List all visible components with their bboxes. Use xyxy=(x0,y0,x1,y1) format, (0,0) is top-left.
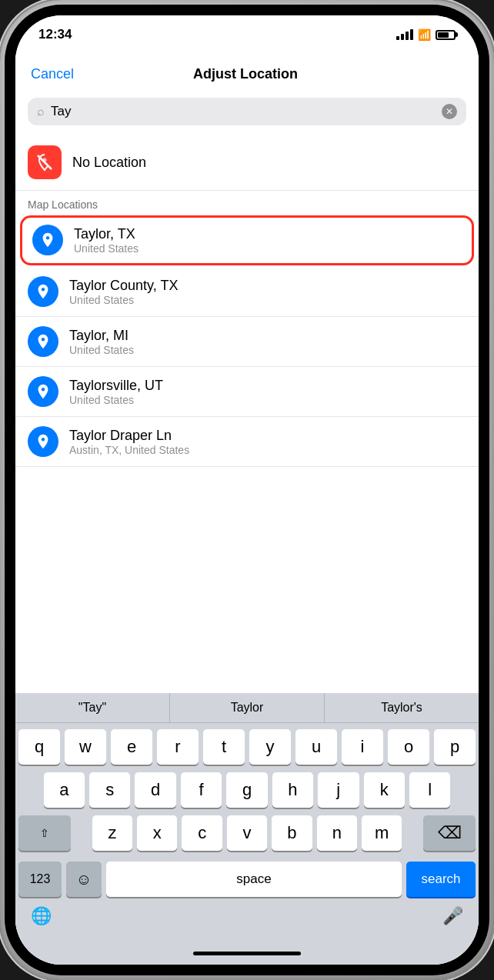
location-sub-2: United States xyxy=(69,344,134,356)
keyboard-rows: q w e r t y u i o p xyxy=(15,723,479,862)
phone-inner: 12:34 📶 Canc xyxy=(5,5,489,975)
key-x[interactable]: x xyxy=(137,815,177,851)
location-text-0: Taylor, TXUnited States xyxy=(74,226,139,255)
status-time: 12:34 xyxy=(38,27,72,42)
location-name-3: Taylorsville, UT xyxy=(69,378,163,394)
location-pin-icon-3 xyxy=(28,376,58,407)
location-pin-icon-2 xyxy=(28,326,58,357)
key-l[interactable]: l xyxy=(409,772,450,808)
location-row-1[interactable]: Taylor County, TXUnited States xyxy=(15,267,479,317)
key-f[interactable]: f xyxy=(181,772,222,808)
location-text-1: Taylor County, TXUnited States xyxy=(69,278,178,306)
key-c[interactable]: c xyxy=(182,815,222,851)
location-name-2: Taylor, MI xyxy=(69,328,134,344)
key-z[interactable]: z xyxy=(92,815,132,851)
no-location-icon xyxy=(28,145,62,179)
map-locations-header: Map Locations xyxy=(15,191,479,214)
location-sub-1: United States xyxy=(69,294,178,306)
space-key[interactable]: space xyxy=(106,862,402,897)
keyboard-area: "Tay" Taylor Taylor's q w e r t y xyxy=(15,693,479,942)
location-row-4[interactable]: Taylor Draper LnAustin, TX, United State… xyxy=(15,417,479,467)
keyboard-row-1: q w e r t y u i o p xyxy=(18,729,476,765)
shift-key[interactable]: ⇧ xyxy=(18,815,71,851)
key-v[interactable]: v xyxy=(227,815,267,851)
location-sub-4: Austin, TX, United States xyxy=(69,444,189,456)
location-name-4: Taylor Draper Ln xyxy=(69,428,189,444)
key-d[interactable]: d xyxy=(135,772,175,808)
key-r[interactable]: r xyxy=(157,729,199,765)
emoji-key[interactable]: ☺ xyxy=(66,862,102,897)
key-t[interactable]: t xyxy=(203,729,245,765)
autocomplete-tay[interactable]: "Tay" xyxy=(15,693,170,722)
search-button[interactable]: search xyxy=(406,862,476,897)
key-a[interactable]: a xyxy=(44,772,85,808)
key-e[interactable]: e xyxy=(111,729,152,765)
search-container: ⌕ Tay ✕ xyxy=(15,92,479,135)
autocomplete-bar: "Tay" Taylor Taylor's xyxy=(15,693,479,723)
location-row-2[interactable]: Taylor, MIUnited States xyxy=(15,317,479,367)
location-row-0[interactable]: Taylor, TXUnited States xyxy=(20,215,474,265)
status-bar: 12:34 📶 xyxy=(15,15,479,54)
search-bar[interactable]: ⌕ Tay ✕ xyxy=(28,98,466,125)
wifi-icon: 📶 xyxy=(418,28,431,41)
main-content: Cancel Adjust Location ⌕ Tay ✕ xyxy=(15,54,479,965)
signal-bars-icon xyxy=(396,29,413,40)
mic-icon[interactable]: 🎤 xyxy=(442,906,463,926)
key-b[interactable]: b xyxy=(272,815,312,851)
screen: 12:34 📶 Canc xyxy=(15,15,479,965)
status-icons: 📶 xyxy=(396,28,456,41)
keyboard-bottom-bar: 123 ☺ space search xyxy=(15,862,479,900)
key-m[interactable]: m xyxy=(362,815,402,851)
autocomplete-taylors[interactable]: Taylor's xyxy=(325,693,479,722)
home-indicator xyxy=(193,952,301,955)
page-title: Adjust Location xyxy=(193,66,298,82)
header: Cancel Adjust Location xyxy=(15,54,479,92)
key-k[interactable]: k xyxy=(364,772,405,808)
key-y[interactable]: y xyxy=(249,729,291,765)
key-u[interactable]: u xyxy=(295,729,337,765)
location-pin-icon-0 xyxy=(32,225,63,255)
search-input[interactable]: Tay xyxy=(51,104,436,119)
globe-icon[interactable]: 🌐 xyxy=(31,906,52,926)
backspace-key[interactable]: ⌫ xyxy=(423,815,476,851)
clear-search-button[interactable]: ✕ xyxy=(442,104,457,119)
location-row-3[interactable]: Taylorsville, UTUnited States xyxy=(15,367,479,417)
cancel-button[interactable]: Cancel xyxy=(31,66,74,82)
autocomplete-taylor[interactable]: Taylor xyxy=(170,693,325,722)
no-location-label: No Location xyxy=(72,155,146,171)
key-p[interactable]: p xyxy=(434,729,476,765)
key-s[interactable]: s xyxy=(89,772,130,808)
location-name-1: Taylor County, TX xyxy=(69,278,178,294)
key-o[interactable]: o xyxy=(388,729,429,765)
home-indicator-area xyxy=(15,942,479,965)
location-text-2: Taylor, MIUnited States xyxy=(69,328,134,356)
key-i[interactable]: i xyxy=(342,729,383,765)
location-sub-0: United States xyxy=(74,242,139,255)
location-text-3: Taylorsville, UTUnited States xyxy=(69,378,163,406)
key-w[interactable]: w xyxy=(65,729,106,765)
no-location-row[interactable]: No Location xyxy=(15,135,479,191)
location-list: No Location Map Locations Taylor, TXUnit… xyxy=(15,135,479,693)
key-123-button[interactable]: 123 xyxy=(18,862,62,897)
battery-icon xyxy=(436,30,456,40)
search-icon: ⌕ xyxy=(37,105,45,118)
keyboard-row-3: ⇧ z x c v b n m ⌫ xyxy=(18,815,476,851)
keyboard-row-2: a s d f g h j k l xyxy=(18,772,476,808)
location-name-0: Taylor, TX xyxy=(74,226,139,242)
svg-point-1 xyxy=(43,158,47,162)
location-pin-icon-1 xyxy=(28,276,58,307)
phone-frame: 12:34 📶 Canc xyxy=(0,0,494,980)
location-pin-icon-4 xyxy=(28,426,58,457)
locations-container: Taylor, TXUnited StatesTaylor County, TX… xyxy=(15,215,479,467)
location-sub-3: United States xyxy=(69,394,163,406)
location-text-4: Taylor Draper LnAustin, TX, United State… xyxy=(69,428,189,456)
key-q[interactable]: q xyxy=(18,729,60,765)
key-j[interactable]: j xyxy=(318,772,359,808)
key-n[interactable]: n xyxy=(317,815,357,851)
key-h[interactable]: h xyxy=(272,772,313,808)
key-g[interactable]: g xyxy=(226,772,267,808)
